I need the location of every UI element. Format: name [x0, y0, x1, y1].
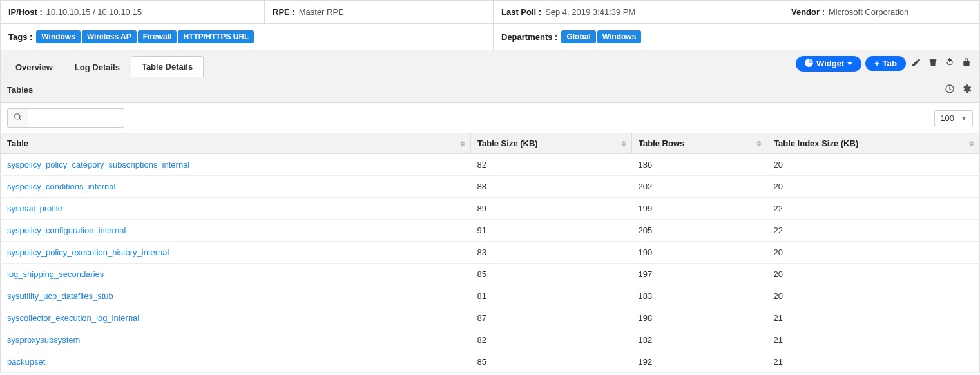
cell-table-rows: 202 [632, 176, 767, 198]
cell-table-index-size: 21 [767, 307, 980, 329]
section-title: Tables [7, 85, 33, 95]
column-header-idx[interactable]: Table Index Size (KB) [767, 133, 980, 154]
cell-table-name: syspolicy_policy_execution_history_inter… [1, 242, 471, 264]
table-link[interactable]: sysmail_profile [7, 204, 62, 213]
search-input[interactable] [28, 108, 124, 128]
cell-table-rows: 190 [632, 242, 767, 264]
cell-table-size: 85 [471, 351, 632, 373]
table-link[interactable]: log_shipping_secondaries [7, 269, 104, 279]
select-arrow-icon: ▼ [961, 115, 967, 122]
tab-table-details[interactable]: Table Details [131, 56, 204, 77]
edit-button[interactable] [910, 56, 923, 71]
widget-button-label: Widget [816, 59, 844, 68]
gear-icon [961, 84, 972, 96]
cell-table-name: syspolicy_conditions_internal [1, 176, 471, 198]
departments-cell: Departments : GlobalWindows [494, 24, 979, 50]
cell-table-index-size: 22 [767, 220, 980, 242]
info-panel: IP/Host : 10.10.10.15 / 10.10.10.15 RPE … [0, 0, 980, 50]
sort-arrows-icon [621, 140, 626, 146]
cell-table-size: 88 [471, 176, 632, 198]
refresh-button[interactable] [943, 56, 956, 71]
column-header-size[interactable]: Table Size (KB) [471, 133, 632, 154]
table-link[interactable]: syspolicy_conditions_internal [7, 182, 115, 191]
tabs-bar: OverviewLog DetailsTable Details Widget … [0, 50, 980, 77]
pie-icon [805, 59, 813, 69]
table-row: sysmail_profile8919922 [1, 198, 980, 220]
settings-button[interactable] [960, 82, 973, 97]
last-poll-value: Sep 4, 2019 3:41:39 PM [545, 7, 635, 17]
cell-table-size: 81 [471, 285, 632, 307]
vendor-cell: Vendor : Microsoft Corporation [783, 1, 979, 23]
cell-table-name: sysmail_profile [1, 198, 471, 220]
refresh-icon [945, 57, 955, 70]
table-row: syspolicy_conditions_internal8820220 [1, 176, 980, 198]
column-header-label: Table Rows [639, 139, 684, 148]
cell-table-index-size: 21 [767, 351, 980, 373]
caret-down-icon [847, 63, 852, 65]
table-row: syspolicy_policy_category_subscriptions_… [1, 154, 980, 176]
cell-table-name: sysproxysubsystem [1, 329, 471, 351]
cell-table-index-size: 20 [767, 264, 980, 285]
rpe-value: Master RPE [299, 7, 344, 17]
page-size-select[interactable]: 100 ▼ [934, 110, 973, 126]
tags-container: WindowsWireless APFirewallHTTP/HTTPS URL [36, 30, 255, 43]
ip-host-cell: IP/Host : 10.10.10.15 / 10.10.10.15 [1, 1, 265, 23]
cell-table-rows: 186 [632, 154, 767, 176]
cell-table-name: log_shipping_secondaries [1, 264, 471, 285]
rpe-label: RPE : [273, 7, 295, 17]
tab-log-details[interactable]: Log Details [64, 57, 131, 77]
pencil-icon [911, 57, 921, 70]
cell-table-size: 91 [471, 220, 632, 242]
cell-table-rows: 199 [632, 198, 767, 220]
plus-icon: + [874, 59, 879, 68]
vendor-value: Microsoft Corporation [829, 7, 908, 17]
delete-button[interactable] [927, 56, 939, 71]
column-header-rows[interactable]: Table Rows [632, 133, 767, 154]
table-row: syspolicy_configuration_internal9120522 [1, 220, 980, 242]
cell-table-index-size: 20 [767, 285, 980, 307]
table-body: syspolicy_policy_category_subscriptions_… [1, 154, 980, 373]
tag[interactable]: Firewall [138, 30, 177, 43]
tag[interactable]: Wireless AP [82, 30, 137, 43]
table-row: backupset8519221 [1, 351, 980, 373]
table-link[interactable]: syscollector_execution_log_internal [7, 313, 139, 323]
table-toolbar: 100 ▼ [0, 103, 980, 133]
table-link[interactable]: sysproxysubsystem [7, 335, 80, 345]
table-link[interactable]: syspolicy_policy_execution_history_inter… [7, 247, 169, 257]
search-icon [14, 113, 23, 124]
cell-table-rows: 182 [632, 329, 767, 351]
search-wrap [7, 108, 124, 128]
tag[interactable]: HTTP/HTTPS URL [178, 30, 254, 43]
table-link[interactable]: backupset [7, 357, 45, 367]
ip-host-label: IP/Host : [8, 7, 43, 17]
info-row-1: IP/Host : 10.10.10.15 / 10.10.10.15 RPE … [1, 1, 979, 24]
tag[interactable]: Windows [36, 30, 81, 43]
table-row: syspolicy_policy_execution_history_inter… [1, 242, 980, 264]
department-tag[interactable]: Windows [597, 30, 642, 43]
cell-table-rows: 197 [632, 264, 767, 285]
tables-table: TableTable Size (KB)Table RowsTable Inde… [0, 133, 980, 373]
ip-host-value: 10.10.10.15 / 10.10.10.15 [46, 7, 142, 17]
table-row: sysproxysubsystem8218221 [1, 329, 980, 351]
rpe-cell: RPE : Master RPE [265, 1, 494, 23]
department-tag[interactable]: Global [561, 30, 595, 43]
table-link[interactable]: syspolicy_policy_category_subscriptions_… [7, 160, 189, 169]
search-button[interactable] [7, 108, 28, 128]
tabs: OverviewLog DetailsTable Details [5, 50, 793, 77]
cell-table-rows: 198 [632, 307, 767, 329]
cell-table-name: syscollector_execution_log_internal [1, 307, 471, 329]
cell-table-index-size: 20 [767, 242, 980, 264]
table-row: syscollector_execution_log_internal87198… [1, 307, 980, 329]
cell-table-rows: 192 [632, 351, 767, 373]
column-header-name[interactable]: Table [1, 133, 471, 154]
cell-table-name: sysutility_ucp_datafiles_stub [1, 285, 471, 307]
cell-table-size: 87 [471, 307, 632, 329]
table-link[interactable]: syspolicy_configuration_internal [7, 226, 126, 235]
add-tab-button[interactable]: + Tab [865, 56, 906, 71]
table-link[interactable]: sysutility_ucp_datafiles_stub [7, 291, 113, 301]
widget-button[interactable]: Widget [796, 56, 861, 72]
tab-overview[interactable]: Overview [5, 57, 64, 77]
lock-button[interactable] [960, 56, 973, 71]
unlock-icon [961, 57, 972, 70]
clock-button[interactable] [943, 82, 956, 97]
